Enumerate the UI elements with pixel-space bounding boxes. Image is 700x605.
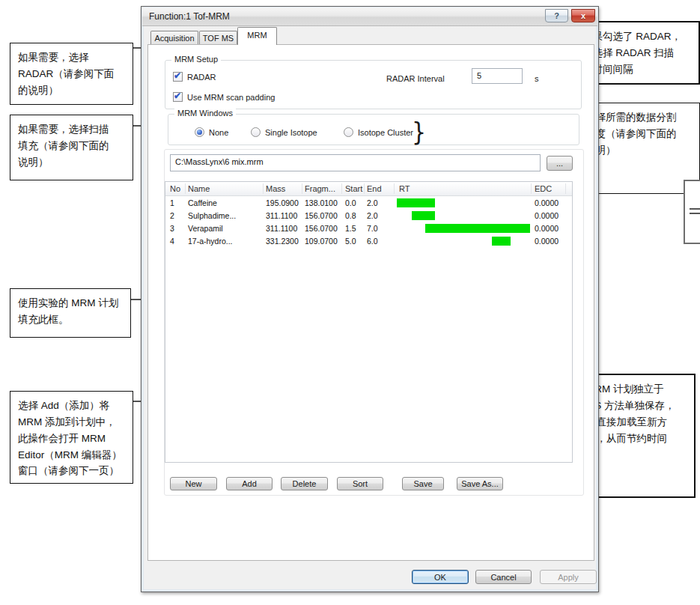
table-cell: 2.0 [367, 211, 378, 220]
check-icon: ✔ [174, 91, 181, 101]
table-cell: 156.0700 [305, 211, 338, 220]
radar-interval-unit: s [535, 74, 539, 83]
radar-checkbox-label: RADAR [187, 73, 216, 82]
radio-single-isotope-label: Single Isotope [265, 128, 317, 137]
sort-button[interactable]: Sort [337, 477, 383, 490]
apply-button[interactable]: Apply [540, 570, 597, 584]
table-cell: 1.5 [345, 224, 356, 233]
browse-button[interactable]: ... [547, 156, 573, 171]
ok-button[interactable]: OK [412, 570, 469, 584]
table-cell: 0.8 [345, 211, 356, 220]
table-cell: 7.0 [367, 224, 378, 233]
table-cell: 2.0 [367, 198, 378, 207]
delete-button[interactable]: Delete [281, 477, 328, 490]
radar-interval-input[interactable]: 5 [472, 68, 523, 84]
mrm-setup-label: MRM Setup [171, 55, 221, 64]
clipped-callout [684, 180, 700, 244]
col-no[interactable]: No [170, 184, 180, 193]
rt-window-bar [492, 237, 511, 246]
table-cell: 0.0000 [535, 198, 559, 207]
table-row[interactable]: 1Caffeine195.0900138.01000.02.00.0000 [165, 197, 572, 210]
col-frag[interactable]: Fragm... [305, 184, 335, 193]
brace-annotation: } [412, 116, 426, 146]
add-button[interactable]: Add [226, 477, 273, 490]
table-cell: 17-a-hydro... [188, 237, 233, 246]
scan-padding-checkbox[interactable]: ✔ [173, 92, 183, 102]
table-cell: 0.0000 [535, 224, 559, 233]
table-cell: Caffeine [188, 198, 217, 207]
table-row[interactable]: 2Sulphadime...311.1100156.07000.82.00.00… [165, 210, 572, 222]
help-button[interactable]: ? [545, 9, 568, 22]
mrm-setup-group: MRM Setup [165, 60, 582, 109]
window-title: Function:1 Tof-MRM [149, 11, 230, 22]
table-row[interactable]: 3Verapamil311.1100156.07001.57.00.0000 [165, 222, 572, 235]
save-as-button[interactable]: Save As... [457, 477, 503, 490]
table-cell: 109.0700 [305, 237, 338, 246]
tab-mrm[interactable]: MRM [237, 27, 277, 45]
radio-isotope-cluster[interactable] [344, 127, 353, 137]
mrm-table[interactable]: No Name Mass Fragm... Start End RT EDC 1… [165, 181, 573, 463]
col-end[interactable]: End [367, 184, 382, 193]
mrm-file-path-input[interactable]: C:\MassLynx\6 mix.mrm [170, 154, 541, 171]
table-header[interactable]: No Name Mass Fragm... Start End RT EDC [165, 182, 572, 196]
radio-none[interactable] [195, 127, 204, 137]
new-button[interactable]: New [170, 477, 217, 490]
col-mass[interactable]: Mass [266, 184, 285, 193]
table-cell: 4 [170, 237, 174, 246]
table-cell: Sulphadime... [188, 211, 236, 220]
table-row[interactable]: 417-a-hydro...331.2300109.07005.06.00.00… [165, 235, 572, 248]
scan-padding-label: Use MRM scan padding [187, 93, 275, 102]
title-bar[interactable]: Function:1 Tof-MRM ? x [142, 7, 597, 26]
dialog-window: Function:1 Tof-MRM ? x Acquisition TOF M… [141, 6, 599, 592]
col-rt[interactable]: RT [399, 184, 410, 193]
check-icon: ✔ [174, 70, 181, 81]
table-cell: 0.0000 [535, 237, 559, 246]
radio-isotope-cluster-label: Isotope Cluster [358, 128, 413, 137]
table-cell: 5.0 [345, 237, 356, 246]
tab-acquisition[interactable]: Acquisition [150, 31, 198, 45]
rt-window-bar [412, 211, 434, 220]
radio-none-label: None [209, 128, 228, 137]
mrm-windows-label: MRM Windows [174, 109, 236, 118]
table-cell: 0.0 [345, 198, 356, 207]
callout-mrm-plan: 使用实验的 MRM 计划 填充此框。 [10, 288, 131, 338]
table-cell: 195.0900 [266, 198, 299, 207]
table-cell: 3 [170, 224, 174, 233]
table-cell: 156.0700 [305, 224, 338, 233]
table-cell: Verapamil [188, 224, 223, 233]
save-button[interactable]: Save [402, 477, 444, 490]
cancel-button[interactable]: Cancel [475, 570, 532, 584]
col-name[interactable]: Name [188, 184, 210, 193]
col-edc[interactable]: EDC [535, 184, 552, 193]
radar-checkbox[interactable]: ✔ [173, 72, 183, 82]
callout-radar: 如果需要，选择 RADAR（请参阅下面 的说明） [10, 43, 133, 105]
table-cell: 1 [170, 198, 174, 207]
col-start[interactable]: Start [345, 184, 362, 193]
tab-tof-ms[interactable]: TOF MS [199, 31, 237, 45]
rt-window-bar [397, 198, 435, 207]
table-cell: 6.0 [367, 237, 378, 246]
radio-single-isotope[interactable] [251, 127, 261, 137]
close-button[interactable]: x [571, 9, 595, 22]
rt-window-bar [425, 224, 530, 233]
table-cell: 331.2300 [266, 237, 299, 246]
table-cell: 0.0000 [535, 211, 559, 220]
table-cell: 311.1100 [266, 224, 297, 233]
table-cell: 311.1100 [266, 211, 297, 220]
table-cell: 2 [170, 211, 174, 220]
mrm-tab-panel: MRM Setup ✔ RADAR RADAR Interval 5 s ✔ U… [147, 44, 594, 561]
table-cell: 138.0100 [305, 198, 338, 207]
callout-add-button: 选择 Add（添加）将 MRM 添加到计划中， 此操作会打开 MRM Edito… [10, 391, 133, 484]
radar-interval-label: RADAR Interval [386, 74, 445, 83]
callout-scan-padding: 如果需要，选择扫描 填充（请参阅下面的 说明） [10, 115, 133, 180]
